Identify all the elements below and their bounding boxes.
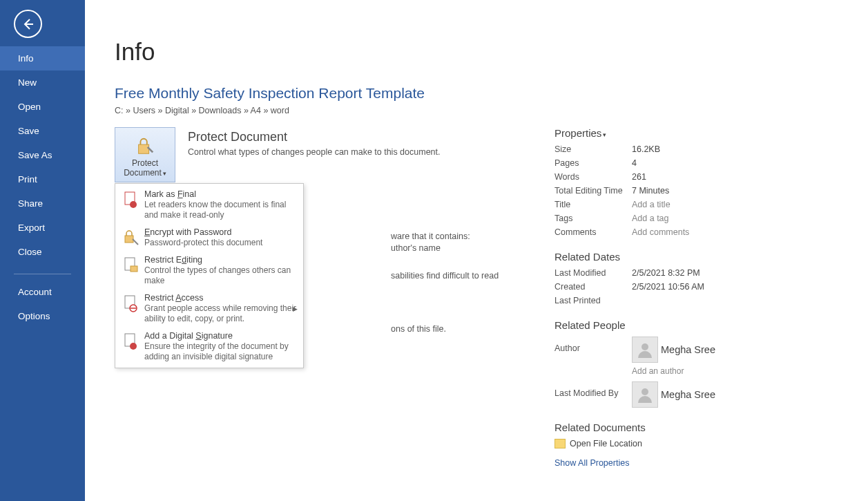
page-title: Info <box>115 38 868 66</box>
prop-words-label: Words <box>554 172 632 182</box>
prop-modified-label: Last Modified <box>554 268 632 278</box>
lock-icon <box>135 135 155 156</box>
menu-encrypt-title: Encrypt with Password <box>144 227 298 237</box>
menu-mark-as-final[interactable]: Mark as Final Let readers know the docum… <box>115 186 303 224</box>
prop-title-label: Title <box>554 200 632 209</box>
menu-restrict-editing-desc: Control the types of changes others can … <box>144 265 298 286</box>
nav-print[interactable]: Print <box>0 167 85 191</box>
document-signature-icon <box>124 332 139 350</box>
nav-open[interactable]: Open <box>0 95 85 119</box>
prop-words-value: 261 <box>632 172 646 182</box>
related-people-heading: Related People <box>554 319 715 331</box>
nav-share[interactable]: Share <box>0 191 85 216</box>
nav-options[interactable]: Options <box>0 304 85 328</box>
prop-printed-label: Last Printed <box>554 296 632 305</box>
nav-separator <box>14 274 71 274</box>
svg-point-2 <box>130 201 137 208</box>
document-noaccess-icon <box>124 294 139 312</box>
inspect-fragment-3: sabilities find difficult to read <box>391 271 499 281</box>
related-docs-heading: Related Documents <box>554 422 715 433</box>
prop-author-value: Megha Sree <box>661 344 715 355</box>
related-dates-heading: Related Dates <box>554 251 715 263</box>
svg-point-10 <box>130 343 137 350</box>
menu-restrict-access-desc: Grant people access while removing their… <box>144 303 298 324</box>
prop-created-label: Created <box>554 282 632 292</box>
menu-restrict-access[interactable]: Restrict Access Grant people access whil… <box>115 290 303 328</box>
back-button[interactable] <box>14 10 42 38</box>
prop-size-label: Size <box>554 144 632 154</box>
nav-close[interactable]: Close <box>0 240 85 264</box>
svg-point-12 <box>642 388 648 395</box>
nav-save[interactable]: Save <box>0 119 85 143</box>
nav-info[interactable]: Info <box>0 46 85 70</box>
prop-pages-label: Pages <box>554 158 632 168</box>
properties-heading[interactable]: Properties▾ <box>554 127 715 139</box>
inspect-fragment-1: ware that it contains: <box>391 231 470 241</box>
prop-comments-value[interactable]: Add comments <box>632 227 689 237</box>
prop-tags-value[interactable]: Add a tag <box>632 214 669 223</box>
prop-comments-label: Comments <box>554 227 632 237</box>
inspect-fragment-4: ons of this file. <box>391 324 446 334</box>
protect-document-menu: Mark as Final Let readers know the docum… <box>115 183 304 368</box>
nav-account[interactable]: Account <box>0 280 85 304</box>
menu-signature-title: Add a Digital Signature <box>144 331 298 341</box>
avatar <box>632 381 658 408</box>
menu-encrypt-desc: Password-protect this document <box>144 238 298 248</box>
svg-point-11 <box>642 343 648 350</box>
prop-tags-label: Tags <box>554 214 632 223</box>
menu-restrict-editing[interactable]: Restrict Editing Control the types of ch… <box>115 252 303 290</box>
submenu-arrow-icon: ▶ <box>293 305 298 312</box>
prop-title-value[interactable]: Add a title <box>632 200 671 209</box>
nav-export[interactable]: Export <box>0 216 85 240</box>
backstage-sidebar: Info New Open Save Save As Print Share E… <box>0 0 85 501</box>
menu-restrict-access-title: Restrict Access <box>144 293 298 303</box>
add-author-link[interactable]: Add an author <box>632 366 715 376</box>
document-lock-icon <box>124 256 139 274</box>
prop-editing-label: Total Editing Time <box>554 186 632 196</box>
arrow-left-icon <box>21 17 35 31</box>
prop-pages-value: 4 <box>632 158 637 168</box>
menu-restrict-editing-title: Restrict Editing <box>144 255 298 265</box>
menu-digital-signature[interactable]: Add a Digital Signature Ensure the integ… <box>115 328 303 366</box>
protect-document-block: ProtectDocument▾ Protect Document Contro… <box>115 127 554 182</box>
document-title: Free Monthly Safety Inspection Report Te… <box>115 85 868 102</box>
prop-modby-label: Last Modified By <box>554 381 632 398</box>
nav-new[interactable]: New <box>0 70 85 95</box>
protect-document-desc: Control what types of changes people can… <box>188 147 441 157</box>
show-all-properties[interactable]: Show All Properties <box>554 458 629 468</box>
document-final-icon <box>124 191 139 209</box>
protect-document-heading: Protect Document <box>188 130 441 144</box>
prop-size-value: 16.2KB <box>632 144 660 154</box>
protect-document-button[interactable]: ProtectDocument▾ <box>115 127 175 182</box>
svg-rect-5 <box>131 266 137 272</box>
document-path: C: » Users » Digital » Downloads » A4 » … <box>115 106 868 115</box>
svg-rect-0 <box>139 144 149 153</box>
open-file-location[interactable]: Open File Location <box>554 439 715 448</box>
person-icon <box>636 341 654 359</box>
folder-icon <box>554 439 566 448</box>
inspect-fragment-2: uthor's name <box>391 243 441 253</box>
avatar <box>632 337 658 363</box>
prop-author-label: Author <box>554 337 632 353</box>
menu-mark-as-final-title: Mark as Final <box>144 189 298 199</box>
nav-save-as[interactable]: Save As <box>0 143 85 167</box>
lock-key-icon <box>123 229 139 245</box>
main-pane: Info Free Monthly Safety Inspection Repo… <box>85 0 868 501</box>
svg-rect-3 <box>125 236 133 243</box>
prop-created-value: 2/5/2021 10:56 AM <box>632 282 704 292</box>
prop-modified-value: 2/5/2021 8:32 PM <box>632 268 700 278</box>
menu-mark-as-final-desc: Let readers know the document is final a… <box>144 200 298 220</box>
menu-signature-desc: Ensure the integrity of the document by … <box>144 341 298 362</box>
person-icon <box>636 386 654 404</box>
menu-encrypt-password[interactable]: Encrypt with Password Password-protect t… <box>115 224 303 252</box>
prop-editing-value: 7 Minutes <box>632 186 669 196</box>
prop-modby-value: Megha Sree <box>661 389 715 400</box>
